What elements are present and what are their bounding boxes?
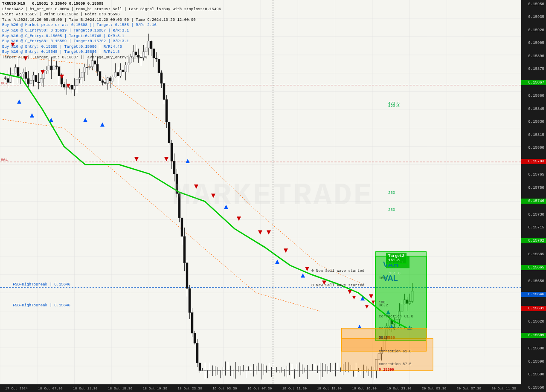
price-3: 0.15905 [521, 41, 546, 45]
price-axis: 0.15950 0.15935 0.15920 0.15905 0.15890 … [521, 0, 546, 392]
price-0: 0.15950 [521, 2, 546, 6]
price-13: 0.15765 [521, 173, 546, 177]
price-11: 0.15800 [521, 146, 546, 150]
price-23-red: 0.15631 [521, 306, 546, 311]
time-axis: 17 Oct 2024 18 Oct 07:30 18 Oct 11:30 18… [0, 384, 521, 392]
time-11: 19 Oct 23:30 [387, 386, 412, 390]
price-25-green: 0.15609 [521, 333, 546, 338]
price-4: 0.15890 [521, 54, 546, 58]
price-8: 0.15845 [521, 107, 546, 111]
time-12: 20 Oct 03:30 [422, 386, 447, 390]
price-21: 0.15650 [521, 279, 546, 283]
time-13: 20 Oct 07:30 [456, 386, 481, 390]
price-22-blue: 0.15646 [521, 292, 546, 297]
green-zone-main [375, 251, 427, 341]
price-7: 0.15860 [521, 94, 546, 98]
price-19: 0.15685 [521, 252, 546, 257]
price-29: 0.15550 [521, 386, 546, 390]
chart-container: MARKETRADE TKRUSD:M15 0.15631 0.15640 0.… [0, 0, 546, 392]
time-3: 18 Oct 15:30 [108, 386, 133, 390]
price-14: 0.15750 [521, 186, 546, 190]
time-0: 17 Oct 2024 [5, 386, 28, 390]
price-12-red: 0.15783 [521, 159, 546, 164]
time-9: 19 Oct 15:30 [317, 386, 342, 390]
price-6-green: 0.15867 [521, 80, 546, 85]
price-9: 0.15830 [521, 120, 546, 124]
price-26: 0.15600 [521, 346, 546, 351]
price-20-green: 0.15665 [521, 265, 546, 270]
price-28: 0.15580 [521, 372, 546, 377]
time-5: 18 Oct 23:30 [177, 386, 202, 390]
time-8: 19 Oct 11:30 [282, 386, 307, 390]
time-6: 19 Oct 03:30 [212, 386, 237, 390]
price-5: 0.15875 [521, 67, 546, 71]
price-1: 0.15935 [521, 15, 546, 19]
price-2: 0.15920 [521, 28, 546, 32]
price-24: 0.15620 [521, 320, 546, 324]
price-18-green: 0.15702 [521, 238, 546, 243]
time-7: 19 Oct 07:30 [247, 386, 272, 390]
time-10: 19 Oct 19:30 [352, 386, 377, 390]
price-16: 0.15730 [521, 213, 546, 217]
time-2: 18 Oct 11:30 [73, 386, 98, 390]
time-1: 18 Oct 07:30 [38, 386, 63, 390]
target2-box: Target2 161.8 [386, 253, 407, 264]
time-4: 18 Oct 19:30 [142, 386, 167, 390]
time-14: 20 Oct 11:30 [491, 386, 516, 390]
price-chart [0, 0, 521, 392]
orange-zone [341, 328, 427, 352]
price-27: 0.15590 [521, 360, 546, 364]
price-17: 0.15715 [521, 225, 546, 230]
price-15-green: 0.15746 [521, 199, 546, 204]
price-10: 0.15815 [521, 133, 546, 137]
